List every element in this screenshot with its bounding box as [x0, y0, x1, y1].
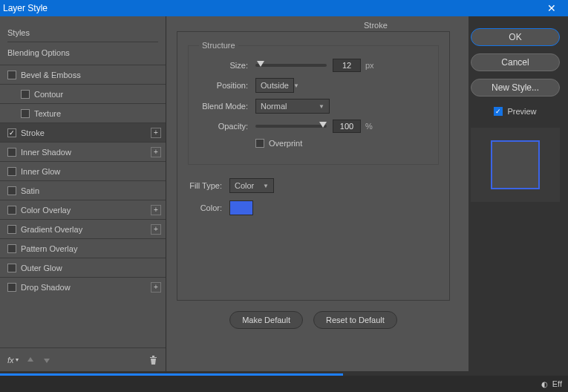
effect-row-inner-shadow[interactable]: Inner Shadow+: [0, 142, 166, 161]
ok-button[interactable]: OK: [471, 28, 560, 46]
bottom-bar: ◐ Eff: [0, 376, 568, 392]
preview-label: Preview: [507, 107, 536, 116]
effect-label: Contour: [34, 90, 63, 99]
effect-label: Stroke: [21, 128, 45, 137]
effect-checkbox[interactable]: [21, 90, 30, 99]
effects-sidebar: Styles Blending Options Bevel & EmbossCo…: [0, 16, 166, 371]
effect-checkbox[interactable]: [7, 128, 16, 137]
effect-label: Satin: [21, 186, 39, 195]
effect-label: Bevel & Emboss: [21, 71, 81, 79]
effect-row-inner-glow[interactable]: Inner Glow: [0, 161, 166, 180]
effect-row-pattern-overlay[interactable]: Pattern Overlay: [0, 238, 166, 258]
effect-checkbox[interactable]: [7, 225, 16, 234]
fx-menu-button[interactable]: fx▾: [7, 356, 19, 365]
effect-checkbox[interactable]: [7, 167, 16, 176]
add-instance-button[interactable]: +: [151, 205, 161, 215]
effect-checkbox[interactable]: [7, 148, 16, 157]
blendmode-label: Blend Mode:: [199, 102, 255, 111]
effect-checkbox[interactable]: [7, 71, 16, 79]
effect-label: Inner Shadow: [21, 148, 71, 157]
blending-options-header[interactable]: Blending Options: [7, 42, 158, 62]
effect-label: Gradient Overlay: [21, 225, 82, 234]
delete-effect-button[interactable]: [148, 355, 158, 365]
make-default-button[interactable]: Make Default: [229, 311, 303, 329]
cancel-button[interactable]: Cancel: [471, 53, 560, 71]
effect-row-texture[interactable]: Texture: [0, 103, 166, 122]
effect-label: Color Overlay: [21, 206, 71, 215]
overprint-label: Overprint: [269, 139, 302, 148]
opacity-unit: %: [365, 122, 373, 131]
color-swatch[interactable]: [229, 200, 253, 215]
effect-row-outer-glow[interactable]: Outer Glow: [0, 258, 166, 277]
titlebar: Layer Style ✕: [0, 0, 568, 16]
size-slider[interactable]: [255, 64, 327, 67]
effect-row-satin[interactable]: Satin: [0, 180, 166, 200]
preview-thumbnail: [471, 128, 560, 202]
effect-label: Outer Glow: [21, 264, 62, 272]
settings-panel: Stroke Structure Size: px Position: Outs…: [166, 16, 469, 371]
window-title: Layer Style: [3, 3, 48, 13]
effect-checkbox[interactable]: [7, 244, 16, 253]
effect-label: Drop Shadow: [21, 283, 71, 292]
chevron-down-icon: ▼: [319, 103, 324, 110]
close-button[interactable]: ✕: [535, 0, 568, 16]
panel-title: Stroke: [361, 21, 391, 30]
effects-toggle-icon[interactable]: ◐: [541, 380, 548, 388]
effect-checkbox[interactable]: [7, 206, 16, 215]
effect-checkbox[interactable]: [21, 109, 30, 118]
add-instance-button[interactable]: +: [151, 128, 161, 138]
add-instance-button[interactable]: +: [151, 147, 161, 157]
structure-legend: Structure: [199, 41, 238, 50]
move-down-button[interactable]: [42, 356, 51, 365]
blendmode-select[interactable]: Normal▼: [255, 99, 330, 114]
opacity-label: Opacity:: [199, 122, 255, 131]
effect-label: Texture: [34, 109, 61, 118]
color-label: Color:: [188, 203, 229, 212]
filltype-select[interactable]: Color▼: [229, 178, 274, 193]
opacity-input[interactable]: [333, 120, 361, 133]
preview-checkbox[interactable]: [494, 107, 503, 116]
preview-box: [491, 140, 540, 189]
styles-header[interactable]: Styles: [7, 24, 158, 42]
effect-checkbox[interactable]: [7, 186, 16, 195]
effects-toggle-label[interactable]: Eff: [552, 379, 562, 388]
effect-row-gradient-overlay[interactable]: Gradient Overlay+: [0, 219, 166, 238]
chevron-down-icon: ▼: [263, 183, 269, 189]
move-up-button[interactable]: [26, 356, 35, 365]
chevron-down-icon: ▼: [293, 82, 299, 89]
position-select[interactable]: Outside▼: [255, 78, 294, 93]
position-label: Position:: [199, 81, 255, 90]
filltype-label: Fill Type:: [188, 181, 229, 190]
reset-default-button[interactable]: Reset to Default: [313, 311, 397, 329]
opacity-slider[interactable]: [255, 125, 327, 128]
effect-row-contour[interactable]: Contour: [0, 84, 166, 103]
effect-checkbox[interactable]: [7, 283, 16, 292]
size-input[interactable]: [333, 59, 361, 72]
size-unit: px: [365, 61, 374, 70]
right-column: OK Cancel New Style... Preview: [469, 16, 568, 371]
effect-checkbox[interactable]: [7, 264, 16, 272]
effect-row-color-overlay[interactable]: Color Overlay+: [0, 200, 166, 219]
add-instance-button[interactable]: +: [151, 224, 161, 235]
size-label: Size:: [199, 61, 255, 70]
effect-label: Pattern Overlay: [21, 244, 77, 253]
effect-row-stroke[interactable]: Stroke+: [0, 122, 166, 142]
new-style-button[interactable]: New Style...: [471, 79, 560, 97]
overprint-checkbox[interactable]: [255, 139, 264, 148]
effect-label: Inner Glow: [21, 167, 60, 176]
effect-row-drop-shadow[interactable]: Drop Shadow+: [0, 277, 166, 296]
effect-row-bevel-emboss[interactable]: Bevel & Emboss: [0, 65, 166, 84]
add-instance-button[interactable]: +: [151, 282, 161, 293]
sidebar-footer: fx▾: [0, 347, 166, 371]
structure-group: Structure Size: px Position: Outside▼ Bl…: [188, 41, 439, 165]
